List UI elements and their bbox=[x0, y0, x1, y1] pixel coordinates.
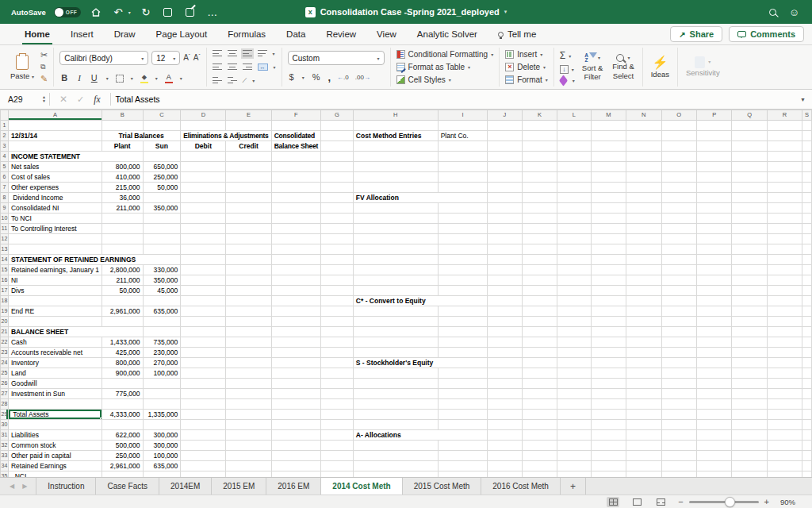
cell-R20[interactable] bbox=[767, 317, 802, 327]
sheet-tab-2014em[interactable]: 2014EM bbox=[159, 478, 212, 495]
cell-A27[interactable]: Investment in Sun bbox=[8, 389, 102, 399]
cell-M10[interactable] bbox=[591, 214, 626, 224]
cell-G6[interactable] bbox=[321, 172, 354, 183]
cell-C17[interactable]: 45,000 bbox=[143, 286, 181, 296]
cell-R10[interactable] bbox=[767, 214, 802, 224]
menu-item-insert[interactable]: Insert bbox=[60, 24, 104, 44]
cell-H14[interactable] bbox=[353, 255, 438, 265]
cell-H26[interactable] bbox=[353, 379, 438, 389]
cell-O31[interactable] bbox=[661, 430, 696, 441]
cell-I11[interactable] bbox=[438, 224, 488, 234]
cell-R33[interactable] bbox=[767, 451, 802, 461]
increase-indent-button[interactable] bbox=[228, 77, 237, 84]
cell-K15[interactable] bbox=[522, 265, 557, 275]
cell-M27[interactable] bbox=[591, 389, 626, 399]
cell-F10[interactable] bbox=[271, 214, 321, 224]
cell-R28[interactable] bbox=[767, 399, 802, 410]
cell-B20[interactable] bbox=[102, 317, 143, 327]
cell-S17[interactable] bbox=[802, 286, 812, 296]
cell-O4[interactable] bbox=[661, 152, 696, 162]
undo-icon[interactable]: ↶ bbox=[111, 5, 125, 19]
cell-F2[interactable]: Consolidated bbox=[271, 131, 321, 141]
cell-O27[interactable] bbox=[661, 389, 696, 399]
cell-O6[interactable] bbox=[661, 172, 696, 183]
cell-F15[interactable] bbox=[271, 265, 321, 275]
row-header-19[interactable]: 19 bbox=[1, 306, 9, 317]
cell-P28[interactable] bbox=[696, 399, 731, 410]
cell-S20[interactable] bbox=[802, 317, 812, 327]
column-header-M[interactable]: M bbox=[591, 110, 626, 121]
cell-B26[interactable] bbox=[102, 379, 143, 389]
cell-L27[interactable] bbox=[557, 389, 592, 399]
cell-L17[interactable] bbox=[557, 286, 592, 296]
normal-view-button[interactable] bbox=[607, 497, 619, 507]
cell-P33[interactable] bbox=[696, 451, 731, 461]
cell-K23[interactable] bbox=[522, 348, 557, 358]
cell-H33[interactable] bbox=[353, 451, 438, 461]
cell-A31[interactable]: Liabilities bbox=[8, 430, 102, 441]
cell-K20[interactable] bbox=[522, 317, 557, 327]
autosave-toggle[interactable]: OFF bbox=[54, 7, 81, 17]
cell-E28[interactable] bbox=[226, 399, 271, 410]
cell-C5[interactable]: 650,000 bbox=[143, 162, 181, 172]
cell-R2[interactable] bbox=[767, 131, 802, 141]
cell-M33[interactable] bbox=[591, 451, 626, 461]
cell-J29[interactable] bbox=[488, 410, 522, 420]
cell-G27[interactable] bbox=[321, 389, 354, 399]
cell-N12[interactable] bbox=[626, 234, 661, 244]
cell-Q29[interactable] bbox=[732, 410, 767, 420]
cell-S5[interactable] bbox=[802, 162, 812, 172]
cell-C34[interactable]: 635,000 bbox=[143, 461, 181, 471]
cancel-icon[interactable]: ✕ bbox=[59, 94, 67, 105]
cell-D30[interactable] bbox=[181, 420, 226, 430]
cell-D12[interactable] bbox=[181, 234, 226, 244]
row-header-17[interactable]: 17 bbox=[1, 286, 9, 296]
cell-A26[interactable]: Goodwill bbox=[8, 379, 102, 389]
row-header-29[interactable]: 29 bbox=[1, 410, 9, 420]
cell-S19[interactable] bbox=[802, 306, 812, 317]
cell-M12[interactable] bbox=[591, 234, 626, 244]
cell-C4[interactable] bbox=[143, 152, 181, 162]
cell-S33[interactable] bbox=[802, 451, 812, 461]
cell-R17[interactable] bbox=[767, 286, 802, 296]
cell-R27[interactable] bbox=[767, 389, 802, 399]
cell-J31[interactable] bbox=[488, 430, 522, 441]
cell-D34[interactable] bbox=[181, 461, 226, 471]
cell-B16[interactable]: 211,000 bbox=[102, 275, 143, 286]
comments-button[interactable]: Comments bbox=[729, 26, 804, 42]
cell-J32[interactable] bbox=[488, 441, 522, 451]
cell-M29[interactable] bbox=[591, 410, 626, 420]
cell-N8[interactable] bbox=[626, 193, 661, 203]
cell-R23[interactable] bbox=[767, 348, 802, 358]
cell-N22[interactable] bbox=[626, 337, 661, 348]
cell-N18[interactable] bbox=[626, 296, 661, 306]
column-header-K[interactable]: K bbox=[522, 110, 557, 121]
cell-F19[interactable] bbox=[271, 306, 321, 317]
cell-M11[interactable] bbox=[591, 224, 626, 234]
cell-M31[interactable] bbox=[591, 430, 626, 441]
column-header-G[interactable]: G bbox=[321, 110, 354, 121]
cell-G18[interactable] bbox=[321, 296, 354, 306]
cell-P23[interactable] bbox=[696, 348, 731, 358]
cell-R34[interactable] bbox=[767, 461, 802, 471]
search-icon[interactable] bbox=[769, 9, 776, 16]
cell-G19[interactable] bbox=[321, 306, 354, 317]
cell-K24[interactable] bbox=[522, 358, 557, 368]
cell-O13[interactable] bbox=[661, 244, 696, 255]
cell-C9[interactable]: 350,000 bbox=[143, 203, 181, 214]
cell-O17[interactable] bbox=[661, 286, 696, 296]
cell-P31[interactable] bbox=[696, 430, 731, 441]
cell-I32[interactable] bbox=[438, 441, 488, 451]
cell-F33[interactable] bbox=[271, 451, 321, 461]
cell-G16[interactable] bbox=[321, 275, 354, 286]
cell-E1[interactable] bbox=[226, 121, 271, 131]
cell-R14[interactable] bbox=[767, 255, 802, 265]
cell-G26[interactable] bbox=[321, 379, 354, 389]
cell-S28[interactable] bbox=[802, 399, 812, 410]
page-break-view-button[interactable] bbox=[654, 497, 667, 507]
cell-F9[interactable] bbox=[271, 203, 321, 214]
cell-C32[interactable]: 300,000 bbox=[143, 441, 181, 451]
cell-D3[interactable]: Debit bbox=[181, 141, 226, 152]
cell-L33[interactable] bbox=[557, 451, 592, 461]
cell-H25[interactable] bbox=[353, 368, 438, 379]
